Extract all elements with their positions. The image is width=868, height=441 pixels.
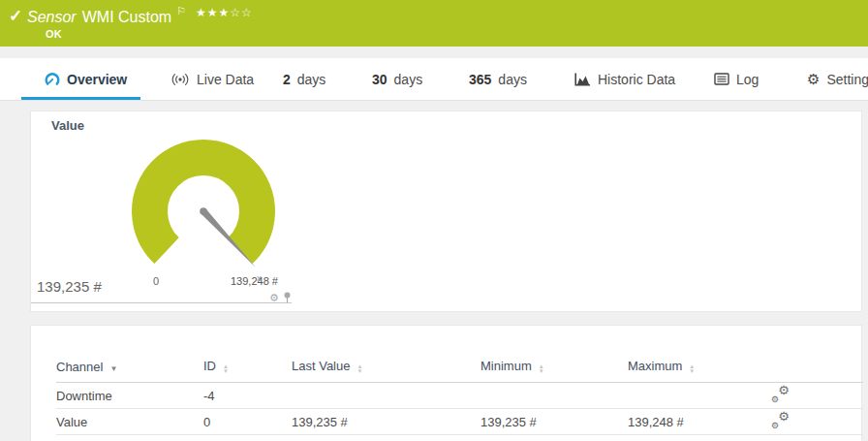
priority-stars[interactable]: ★★★☆☆ <box>196 6 253 19</box>
cell-maximum <box>628 383 771 409</box>
status-badge: OK <box>46 28 62 40</box>
tab-number: 365 <box>469 72 491 87</box>
tab-number: 2 <box>283 72 291 87</box>
sensor-title: SensorWMI Custom⚐★★★☆☆ <box>27 5 253 26</box>
tab-label: days <box>498 72 527 87</box>
tab-number: 30 <box>372 72 388 87</box>
tab-bar: Overview Live Data 2 days 30 days 365 da… <box>0 58 868 101</box>
status-ok-check-icon: ✓ <box>9 6 22 26</box>
priority-flag-icon[interactable]: ⚐ <box>176 5 186 16</box>
channels-table: Channel▼ ID▲▼ Last Value▲▼ Minimum▲▼ Max… <box>56 359 863 435</box>
tab-overview[interactable]: Overview <box>21 58 140 100</box>
tab-settings[interactable]: ⚙ Settings <box>802 58 868 100</box>
cell-id: -4 <box>203 383 292 409</box>
edit-channel-gears-icon[interactable]: ⚙ ⚙ <box>771 412 790 428</box>
column-header-minimum[interactable]: Minimum▲▼ <box>480 359 628 383</box>
tab-label: Historic Data <box>598 72 675 87</box>
tab-label: Settings <box>826 72 868 87</box>
cell-id: 0 <box>203 409 292 435</box>
sensor-overview-page: ✓ SensorWMI Custom⚐★★★☆☆ OK Overview Liv… <box>0 0 868 441</box>
cell-maximum: 139,248 # <box>628 409 771 435</box>
sort-icon: ▲▼ <box>356 364 362 374</box>
gauge-icon <box>45 72 60 87</box>
sort-desc-icon: ▼ <box>109 364 117 373</box>
gauge-max-label: 139,248 # <box>231 275 278 287</box>
tab-label: Live Data <box>197 72 254 87</box>
table-row: Downtime -4 ⚙ ⚙ <box>56 383 863 409</box>
sensor-type-label: Sensor <box>27 9 77 25</box>
tab-365-days[interactable]: 365 days <box>469 58 546 100</box>
sort-icon: ▲▼ <box>223 364 229 374</box>
tab-label: Overview <box>67 72 127 87</box>
sort-icon: ▲▼ <box>689 364 695 374</box>
column-header-last-value[interactable]: Last Value▲▼ <box>292 359 480 383</box>
cell-channel: Value <box>56 409 203 435</box>
table-row: Value 0 139,235 # 139,235 # 139,248 # ⚙ … <box>56 409 863 435</box>
live-data-icon <box>170 73 190 86</box>
gauge-panel: Value x 0 139,248 # 139,235 # ⚙ <box>30 110 862 312</box>
tab-label: days <box>394 72 423 87</box>
column-header-maximum[interactable]: Maximum▲▼ <box>628 359 771 383</box>
sensor-header: ✓ SensorWMI Custom⚐★★★☆☆ OK <box>0 0 868 47</box>
tab-30-days[interactable]: 30 days <box>372 58 442 100</box>
cell-last-value: 139,235 # <box>292 409 480 435</box>
tab-label: days <box>297 72 326 87</box>
log-list-icon <box>714 73 729 85</box>
cell-minimum <box>480 383 628 409</box>
gauge-min-label: 0 <box>153 275 159 287</box>
gauge-pin-icon[interactable] <box>283 292 292 303</box>
tab-label: Log <box>736 72 759 87</box>
gauge-widget-divider <box>31 302 292 303</box>
sensor-name: WMI Custom <box>82 9 171 25</box>
historic-data-chart-icon <box>574 73 591 86</box>
column-header-channel[interactable]: Channel▼ <box>56 359 203 383</box>
channels-panel: Channel▼ ID▲▼ Last Value▲▼ Minimum▲▼ Max… <box>30 325 862 441</box>
tab-2-days[interactable]: 2 days <box>283 58 343 100</box>
settings-gear-icon: ⚙ <box>807 71 820 88</box>
tab-log[interactable]: Log <box>709 58 767 100</box>
column-header-actions <box>771 359 863 383</box>
cell-minimum: 139,235 # <box>480 409 628 435</box>
gauge-widget-tools: ⚙ <box>269 292 292 303</box>
value-gauge[interactable]: x <box>122 130 287 289</box>
sort-icon: ▲▼ <box>539 364 544 374</box>
cell-channel: Downtime <box>56 383 203 409</box>
table-header-row: Channel▼ ID▲▼ Last Value▲▼ Minimum▲▼ Max… <box>56 359 863 383</box>
column-header-id[interactable]: ID▲▼ <box>203 359 292 383</box>
tab-historic-data[interactable]: Historic Data <box>570 58 681 100</box>
gauge-current-value: 139,235 # <box>37 278 102 295</box>
tab-live-data[interactable]: Live Data <box>165 58 262 100</box>
edit-channel-gears-icon[interactable]: ⚙ ⚙ <box>771 386 790 402</box>
gauge-settings-gear-icon[interactable]: ⚙ <box>269 293 279 303</box>
gauge-channel-title: Value <box>51 118 84 133</box>
cell-last-value <box>292 383 480 409</box>
